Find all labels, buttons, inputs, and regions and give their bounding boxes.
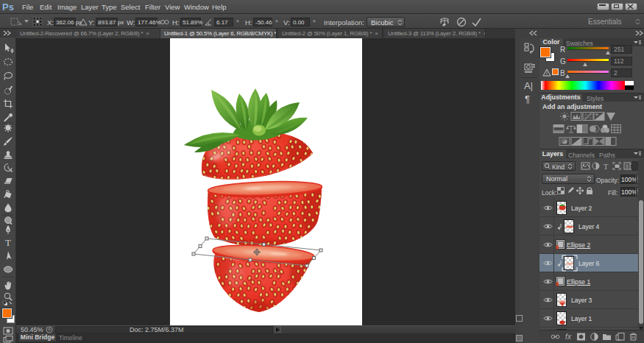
svg-text:fx: fx <box>565 333 572 341</box>
svg-text:T: T <box>604 162 609 171</box>
svg-text:!: ! <box>546 71 548 76</box>
svg-text:T: T <box>5 237 11 248</box>
